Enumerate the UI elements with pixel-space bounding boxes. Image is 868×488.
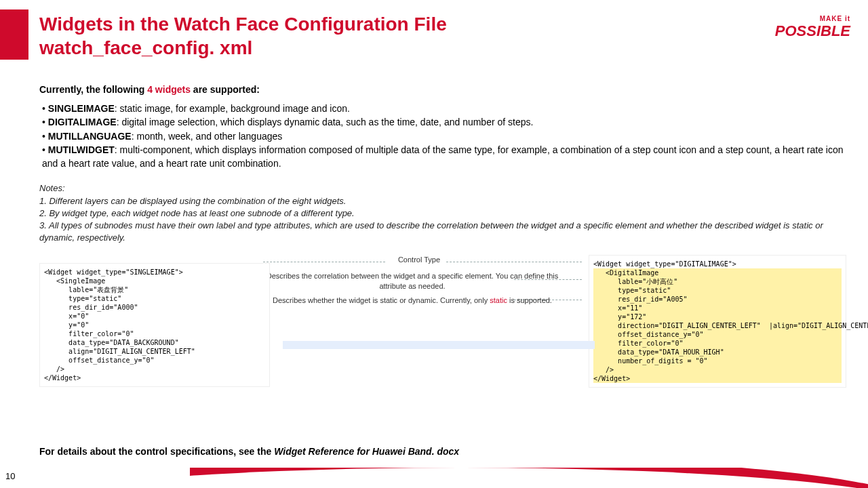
callout-control-type: Control Type xyxy=(297,255,541,265)
reference-doc: Widget Reference for Huawei Band. docx xyxy=(274,446,459,457)
footer-swoosh xyxy=(190,468,868,488)
notes-title: Notes: xyxy=(39,182,846,195)
notes-block: Notes: 1. Different layers can be displa… xyxy=(39,182,846,244)
note-line: 3. All types of subnodes must have their… xyxy=(39,220,846,244)
list-item: DIGITALIMAGE: digital image selection, w… xyxy=(42,115,846,129)
brand-logo: MAKE it POSSIBLE xyxy=(775,15,850,40)
intro-line: Currently, the following 4 widgets are s… xyxy=(39,84,846,95)
page-title: Widgets in the Watch Face Configuration … xyxy=(39,12,447,60)
highlighted-direction: direction="DIGIT_ALIGN_CENTER_LEFT" |ali… xyxy=(593,321,842,330)
highlighted-code-tail: offset_distance_y="0" filter_color="0" d… xyxy=(593,330,842,383)
note-line: 2. By widget type, each widget node has … xyxy=(39,207,846,220)
title-line-1: Widgets in the Watch Face Configuration … xyxy=(39,14,447,35)
note-line: 1. Different layers can be displayed usi… xyxy=(39,195,846,207)
logo-tagline: MAKE it xyxy=(775,15,850,22)
widget-list: SINGLEIMAGE: static image, for example, … xyxy=(42,102,846,170)
diagram: Control Type Describes the correlation b… xyxy=(39,255,846,404)
highlight-bar xyxy=(283,341,595,349)
intro-count: 4 widgets xyxy=(147,84,191,95)
list-item: SINGLEIMAGE: static image, for example, … xyxy=(42,102,846,115)
code-sample-left: <Widget widget_type="SINGLEIMAGE"> <Sing… xyxy=(39,263,270,387)
list-item: MUTILLANGUAGE: month, week, and other la… xyxy=(42,129,846,143)
logo-word: POSSIBLE xyxy=(775,22,850,40)
code-sample-right: <Widget widget_type="DIGITALIMAGE"> <Dig… xyxy=(589,255,846,388)
footer-ref: For details about the control specificat… xyxy=(39,446,459,457)
callout-type-desc: Describes whether the widget is static o… xyxy=(263,296,561,306)
highlighted-code: <DigitalImage lable="小时高位" type="static"… xyxy=(593,268,842,321)
title-line-2: watch_face_config. xml xyxy=(39,37,252,58)
callout-label-desc: Describes the correlation between the wi… xyxy=(263,271,561,291)
accent-block xyxy=(0,9,28,60)
page-number: 10 xyxy=(5,471,15,481)
list-item: MUTILWIDGET: multi-component, which disp… xyxy=(42,143,846,171)
main-content: Currently, the following 4 widgets are s… xyxy=(39,75,846,404)
